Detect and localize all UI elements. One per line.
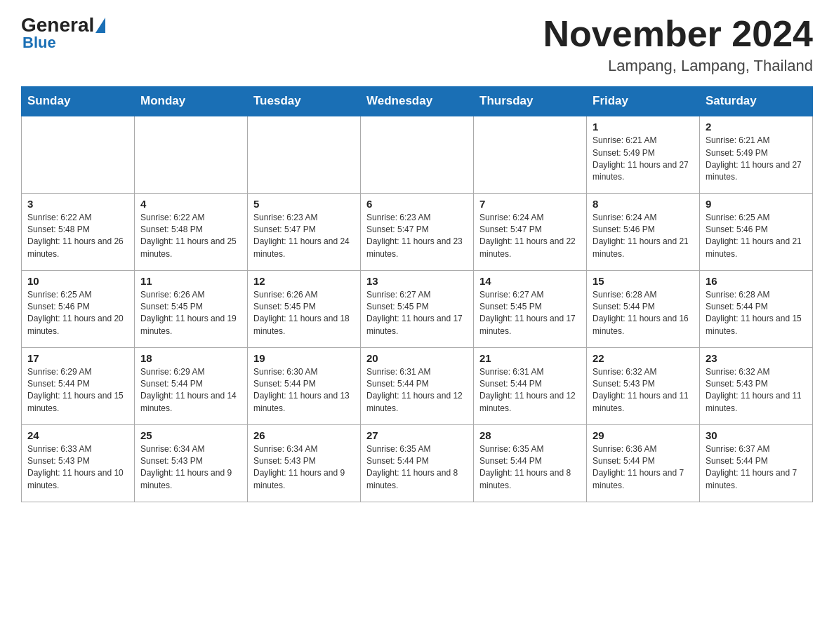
day-info: Sunrise: 6:23 AMSunset: 5:47 PMDaylight:… bbox=[366, 212, 468, 261]
day-info: Sunrise: 6:32 AMSunset: 5:43 PMDaylight:… bbox=[593, 366, 694, 415]
calendar-day-cell: 21Sunrise: 6:31 AMSunset: 5:44 PMDayligh… bbox=[474, 347, 587, 424]
day-number: 13 bbox=[366, 275, 468, 287]
day-number: 5 bbox=[253, 198, 355, 210]
day-info: Sunrise: 6:31 AMSunset: 5:44 PMDaylight:… bbox=[479, 366, 581, 415]
day-info: Sunrise: 6:29 AMSunset: 5:44 PMDaylight:… bbox=[27, 366, 128, 415]
day-number: 23 bbox=[706, 352, 807, 364]
day-info: Sunrise: 6:30 AMSunset: 5:44 PMDaylight:… bbox=[253, 366, 355, 415]
calendar-day-cell: 30Sunrise: 6:37 AMSunset: 5:44 PMDayligh… bbox=[700, 424, 813, 502]
day-number: 10 bbox=[27, 275, 128, 287]
calendar-day-cell bbox=[135, 116, 248, 193]
page-header: General Blue November 2024 Lampang, Lamp… bbox=[21, 14, 813, 75]
day-info: Sunrise: 6:25 AMSunset: 5:46 PMDaylight:… bbox=[706, 212, 807, 261]
day-info: Sunrise: 6:35 AMSunset: 5:44 PMDaylight:… bbox=[479, 443, 581, 492]
day-of-week-header: Monday bbox=[135, 87, 248, 116]
day-of-week-header: Thursday bbox=[474, 87, 587, 116]
calendar-day-cell: 3Sunrise: 6:22 AMSunset: 5:48 PMDaylight… bbox=[22, 193, 135, 270]
day-number: 8 bbox=[593, 198, 694, 210]
day-number: 25 bbox=[140, 429, 241, 441]
day-info: Sunrise: 6:22 AMSunset: 5:48 PMDaylight:… bbox=[140, 212, 241, 261]
day-number: 9 bbox=[706, 198, 807, 210]
day-number: 27 bbox=[366, 429, 468, 441]
day-info: Sunrise: 6:26 AMSunset: 5:45 PMDaylight:… bbox=[253, 289, 355, 338]
calendar-day-cell: 4Sunrise: 6:22 AMSunset: 5:48 PMDaylight… bbox=[135, 193, 248, 270]
day-of-week-header: Friday bbox=[587, 87, 700, 116]
day-info: Sunrise: 6:21 AMSunset: 5:49 PMDaylight:… bbox=[706, 135, 807, 184]
calendar-day-cell: 26Sunrise: 6:34 AMSunset: 5:43 PMDayligh… bbox=[248, 424, 361, 502]
day-info: Sunrise: 6:22 AMSunset: 5:48 PMDaylight:… bbox=[27, 212, 128, 261]
day-number: 21 bbox=[479, 352, 581, 364]
day-info: Sunrise: 6:21 AMSunset: 5:49 PMDaylight:… bbox=[593, 135, 694, 184]
day-info: Sunrise: 6:31 AMSunset: 5:44 PMDaylight:… bbox=[366, 366, 468, 415]
calendar-day-cell: 22Sunrise: 6:32 AMSunset: 5:43 PMDayligh… bbox=[587, 347, 700, 424]
logo: General Blue bbox=[21, 14, 107, 52]
day-number: 16 bbox=[706, 275, 807, 287]
calendar-week-row: 1Sunrise: 6:21 AMSunset: 5:49 PMDaylight… bbox=[22, 116, 813, 193]
day-info: Sunrise: 6:24 AMSunset: 5:47 PMDaylight:… bbox=[479, 212, 581, 261]
calendar-week-row: 10Sunrise: 6:25 AMSunset: 5:46 PMDayligh… bbox=[22, 270, 813, 347]
day-info: Sunrise: 6:34 AMSunset: 5:43 PMDaylight:… bbox=[253, 443, 355, 492]
calendar-day-cell: 28Sunrise: 6:35 AMSunset: 5:44 PMDayligh… bbox=[474, 424, 587, 502]
calendar-day-cell: 7Sunrise: 6:24 AMSunset: 5:47 PMDaylight… bbox=[474, 193, 587, 270]
day-info: Sunrise: 6:28 AMSunset: 5:44 PMDaylight:… bbox=[593, 289, 694, 338]
day-number: 22 bbox=[593, 352, 694, 364]
day-info: Sunrise: 6:24 AMSunset: 5:46 PMDaylight:… bbox=[593, 212, 694, 261]
day-number: 29 bbox=[593, 429, 694, 441]
day-number: 19 bbox=[253, 352, 355, 364]
day-number: 18 bbox=[140, 352, 241, 364]
calendar-day-cell: 1Sunrise: 6:21 AMSunset: 5:49 PMDaylight… bbox=[587, 116, 700, 193]
calendar-day-cell: 24Sunrise: 6:33 AMSunset: 5:43 PMDayligh… bbox=[22, 424, 135, 502]
calendar-day-cell: 19Sunrise: 6:30 AMSunset: 5:44 PMDayligh… bbox=[248, 347, 361, 424]
day-info: Sunrise: 6:34 AMSunset: 5:43 PMDaylight:… bbox=[140, 443, 241, 492]
calendar-day-cell: 27Sunrise: 6:35 AMSunset: 5:44 PMDayligh… bbox=[361, 424, 474, 502]
calendar-table: SundayMondayTuesdayWednesdayThursdayFrid… bbox=[21, 86, 813, 502]
calendar-header-row: SundayMondayTuesdayWednesdayThursdayFrid… bbox=[22, 87, 813, 116]
month-title: November 2024 bbox=[543, 14, 813, 54]
day-number: 24 bbox=[27, 429, 128, 441]
day-number: 11 bbox=[140, 275, 241, 287]
day-info: Sunrise: 6:27 AMSunset: 5:45 PMDaylight:… bbox=[479, 289, 581, 338]
day-number: 26 bbox=[253, 429, 355, 441]
day-info: Sunrise: 6:35 AMSunset: 5:44 PMDaylight:… bbox=[366, 443, 468, 492]
day-of-week-header: Sunday bbox=[22, 87, 135, 116]
calendar-day-cell: 29Sunrise: 6:36 AMSunset: 5:44 PMDayligh… bbox=[587, 424, 700, 502]
day-of-week-header: Saturday bbox=[700, 87, 813, 116]
calendar-day-cell bbox=[22, 116, 135, 193]
day-number: 15 bbox=[593, 275, 694, 287]
day-number: 2 bbox=[706, 121, 807, 133]
calendar-day-cell: 5Sunrise: 6:23 AMSunset: 5:47 PMDaylight… bbox=[248, 193, 361, 270]
calendar-week-row: 17Sunrise: 6:29 AMSunset: 5:44 PMDayligh… bbox=[22, 347, 813, 424]
calendar-day-cell: 13Sunrise: 6:27 AMSunset: 5:45 PMDayligh… bbox=[361, 270, 474, 347]
calendar-day-cell: 8Sunrise: 6:24 AMSunset: 5:46 PMDaylight… bbox=[587, 193, 700, 270]
calendar-day-cell: 9Sunrise: 6:25 AMSunset: 5:46 PMDaylight… bbox=[700, 193, 813, 270]
calendar-day-cell: 18Sunrise: 6:29 AMSunset: 5:44 PMDayligh… bbox=[135, 347, 248, 424]
calendar-day-cell: 11Sunrise: 6:26 AMSunset: 5:45 PMDayligh… bbox=[135, 270, 248, 347]
day-of-week-header: Tuesday bbox=[248, 87, 361, 116]
day-number: 12 bbox=[253, 275, 355, 287]
calendar-day-cell: 15Sunrise: 6:28 AMSunset: 5:44 PMDayligh… bbox=[587, 270, 700, 347]
calendar-day-cell: 25Sunrise: 6:34 AMSunset: 5:43 PMDayligh… bbox=[135, 424, 248, 502]
calendar-day-cell: 23Sunrise: 6:32 AMSunset: 5:43 PMDayligh… bbox=[700, 347, 813, 424]
day-info: Sunrise: 6:25 AMSunset: 5:46 PMDaylight:… bbox=[27, 289, 128, 338]
calendar-week-row: 3Sunrise: 6:22 AMSunset: 5:48 PMDaylight… bbox=[22, 193, 813, 270]
logo-blue: Blue bbox=[22, 34, 56, 52]
calendar-week-row: 24Sunrise: 6:33 AMSunset: 5:43 PMDayligh… bbox=[22, 424, 813, 502]
day-number: 6 bbox=[366, 198, 468, 210]
day-info: Sunrise: 6:26 AMSunset: 5:45 PMDaylight:… bbox=[140, 289, 241, 338]
day-of-week-header: Wednesday bbox=[361, 87, 474, 116]
day-number: 7 bbox=[479, 198, 581, 210]
day-info: Sunrise: 6:29 AMSunset: 5:44 PMDaylight:… bbox=[140, 366, 241, 415]
day-number: 30 bbox=[706, 429, 807, 441]
day-number: 3 bbox=[27, 198, 128, 210]
calendar-day-cell bbox=[474, 116, 587, 193]
day-number: 1 bbox=[593, 121, 694, 133]
title-area: November 2024 Lampang, Lampang, Thailand bbox=[543, 14, 813, 75]
calendar-day-cell bbox=[248, 116, 361, 193]
calendar-day-cell: 2Sunrise: 6:21 AMSunset: 5:49 PMDaylight… bbox=[700, 116, 813, 193]
day-info: Sunrise: 6:27 AMSunset: 5:45 PMDaylight:… bbox=[366, 289, 468, 338]
day-info: Sunrise: 6:33 AMSunset: 5:43 PMDaylight:… bbox=[27, 443, 128, 492]
logo-triangle-icon bbox=[95, 18, 105, 33]
calendar-day-cell bbox=[361, 116, 474, 193]
day-info: Sunrise: 6:37 AMSunset: 5:44 PMDaylight:… bbox=[706, 443, 807, 492]
calendar-day-cell: 10Sunrise: 6:25 AMSunset: 5:46 PMDayligh… bbox=[22, 270, 135, 347]
